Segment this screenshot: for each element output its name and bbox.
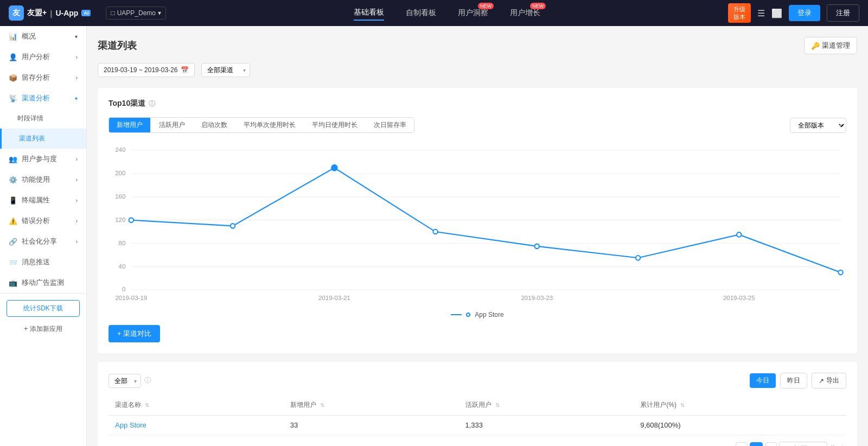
- message-icon: 📨: [9, 258, 17, 266]
- svg-text:160: 160: [115, 193, 126, 200]
- legend-label-appstore: App Store: [475, 311, 503, 318]
- today-button[interactable]: 今日: [750, 373, 776, 388]
- tab-launches[interactable]: 启动次数: [194, 118, 235, 132]
- current-page-button[interactable]: 1: [750, 442, 763, 446]
- screen-icon-button[interactable]: ⬜: [771, 8, 782, 18]
- top-navigation: 友 友盟+ | U-App AI □ UAPP_Demo ▾ 基础看板 自制看板…: [0, 0, 868, 26]
- sidebar-item-channel-list[interactable]: 渠道列表: [0, 129, 86, 149]
- chevron-right3-icon: ›: [76, 156, 78, 162]
- project-selector[interactable]: □ UAPP_Demo ▾: [106, 7, 166, 20]
- sort-icon-cumulative: ⇅: [680, 402, 685, 408]
- chart-title-row: Top10渠道 ⓘ: [108, 99, 846, 109]
- date-range-value: 2019-03-19 ~ 2019-03-26: [104, 66, 177, 74]
- sidebar-item-features[interactable]: ⚙️ 功能使用 ›: [0, 169, 86, 190]
- nav-item-dashboard[interactable]: 基础看板: [354, 5, 384, 21]
- tab-retention[interactable]: 次日留存率: [366, 118, 414, 132]
- chart-point-7: [838, 270, 843, 275]
- sidebar-item-ad-monitor[interactable]: 📺 移动广告监测: [0, 272, 86, 293]
- chevron-right6-icon: ›: [76, 218, 78, 224]
- svg-text:2019-03-19: 2019-03-19: [115, 294, 147, 301]
- channel-select[interactable]: 全部渠道 App Store 其他: [201, 63, 250, 77]
- col-channel-name: 渠道名称 ⇅: [108, 395, 284, 416]
- line-chart: 240 200 160 120 80 40 0: [108, 142, 846, 304]
- tab-avg-daily[interactable]: 平均日使用时长: [304, 118, 365, 132]
- channel-compare-button[interactable]: + 渠道对比: [108, 325, 160, 342]
- sdk-download-button[interactable]: 统计SDK下载: [7, 300, 80, 317]
- calendar-icon: 📅: [181, 66, 189, 74]
- page-size-select[interactable]: 10条/页 20条/页 50条/页: [779, 442, 827, 446]
- col-active-users: 活跃用户 ⇅: [459, 395, 634, 416]
- chart-tabs-row: 新增用户 活跃用户 启动次数 平均单次使用时长 平均日使用时长 次日留存率 全部…: [108, 117, 846, 133]
- sidebar-label-engagement: 用户参与度: [22, 154, 57, 164]
- sidebar-item-device[interactable]: 📱 终端属性 ›: [0, 190, 86, 211]
- features-icon: ⚙️: [9, 176, 17, 184]
- add-app-button[interactable]: + 添加新应用: [7, 321, 80, 337]
- sidebar-item-overview[interactable]: 📊 概况 ▾: [0, 26, 86, 47]
- svg-text:0: 0: [122, 285, 126, 292]
- yesterday-button[interactable]: 昨日: [780, 373, 807, 388]
- sidebar-label-message: 消息推送: [22, 257, 50, 267]
- sidebar-item-time-detail[interactable]: 时段详情: [0, 109, 86, 129]
- logo-brand-text: 友盟+: [27, 8, 47, 18]
- top-nav-center: 基础看板 自制看板 用户洞察 NEW 用户增长 NEW: [166, 5, 728, 21]
- page-size-wrapper: 10条/页 20条/页 50条/页: [779, 442, 827, 446]
- cell-cumulative: 9,608(100%): [634, 416, 846, 435]
- tab-active-users[interactable]: 活跃用户: [151, 118, 193, 132]
- filter-row: 2019-03-19 ~ 2019-03-26 📅 全部渠道 App Store…: [98, 63, 857, 77]
- sidebar-item-retention[interactable]: 📦 留存分析 ›: [0, 67, 86, 88]
- sort-icon-name: ⇅: [145, 402, 149, 408]
- nav-item-custom-dashboard[interactable]: 自制看板: [406, 6, 436, 20]
- svg-text:200: 200: [115, 169, 126, 176]
- register-button[interactable]: 注册: [827, 4, 859, 22]
- channel-manage-button[interactable]: 🔑 渠道管理: [804, 37, 857, 54]
- sort-icon-active: ⇅: [495, 402, 500, 408]
- prev-page-button[interactable]: ‹: [736, 442, 748, 446]
- version-select-wrapper: 全部版本: [790, 118, 846, 133]
- chart-point-peak: [331, 165, 337, 171]
- chevron-right4-icon: ›: [76, 177, 78, 183]
- channel-name-link[interactable]: App Store: [115, 421, 146, 429]
- table-header-row: 全部 ⓘ 今日 昨日 ↗ 导出: [108, 373, 846, 388]
- export-button[interactable]: ↗ 导出: [812, 373, 846, 388]
- tab-avg-session[interactable]: 平均单次使用时长: [236, 118, 303, 132]
- table-filter-select[interactable]: 全部: [108, 374, 141, 388]
- list-icon-button[interactable]: ☰: [757, 8, 765, 18]
- sidebar-label-share: 社会化分享: [22, 237, 57, 246]
- export-icon: ↗: [819, 377, 824, 385]
- sidebar-label-error: 错误分析: [22, 216, 50, 226]
- chevron-right7-icon: ›: [76, 239, 78, 245]
- sidebar: 📊 概况 ▾ 👤 用户分析 › 📦 留存分析 › 📡 渠道分析 ▾ 时段详情 渠…: [0, 26, 87, 446]
- project-icon: □: [111, 9, 114, 17]
- login-button[interactable]: 登录: [789, 5, 820, 21]
- page-total: 共1条: [829, 444, 846, 447]
- sidebar-item-user-analysis[interactable]: 👤 用户分析 ›: [0, 47, 86, 67]
- project-name: UAPP_Demo: [117, 9, 156, 17]
- nav-item-user-growth[interactable]: 用户增长 NEW: [510, 6, 540, 20]
- pagination: ‹ 1 › 10条/页 20条/页 50条/页 共1条: [108, 442, 846, 446]
- chevron-down-icon: ▾: [75, 34, 78, 40]
- sidebar-item-message-push[interactable]: 📨 消息推送: [0, 252, 86, 272]
- chart-svg: 240 200 160 120 80 40 0: [108, 142, 846, 304]
- sidebar-label-features: 功能使用: [22, 175, 50, 184]
- chart-legend: App Store: [108, 311, 846, 318]
- sidebar-item-error-analysis[interactable]: ⚠️ 错误分析 ›: [0, 211, 86, 231]
- chart-tabs: 新增用户 活跃用户 启动次数 平均单次使用时长 平均日使用时长 次日留存率: [108, 117, 414, 133]
- nav-item-user-insight[interactable]: 用户洞察 NEW: [458, 6, 488, 20]
- channel-icon: 📡: [9, 94, 17, 103]
- svg-text:40: 40: [119, 262, 126, 269]
- svg-text:240: 240: [115, 146, 126, 153]
- date-range-picker[interactable]: 2019-03-19 ~ 2019-03-26 📅: [98, 63, 195, 77]
- sidebar-item-channel-analysis[interactable]: 📡 渠道分析 ▾: [0, 88, 86, 109]
- tab-new-users[interactable]: 新增用户: [109, 118, 150, 132]
- svg-text:120: 120: [115, 216, 126, 223]
- sidebar-item-social-share[interactable]: 🔗 社会化分享 ›: [0, 231, 86, 252]
- version-select[interactable]: 全部版本: [790, 118, 846, 133]
- sidebar-label-retention: 留存分析: [22, 73, 50, 82]
- chart-point-1: [231, 224, 235, 228]
- svg-text:2019-03-23: 2019-03-23: [521, 294, 553, 301]
- sidebar-item-engagement[interactable]: 👥 用户参与度 ›: [0, 149, 86, 169]
- legend-line-icon: [451, 314, 462, 315]
- next-page-button[interactable]: ›: [765, 442, 777, 446]
- page-header: 渠道列表 🔑 渠道管理: [98, 37, 857, 54]
- upgrade-button[interactable]: 升级版本: [728, 3, 751, 23]
